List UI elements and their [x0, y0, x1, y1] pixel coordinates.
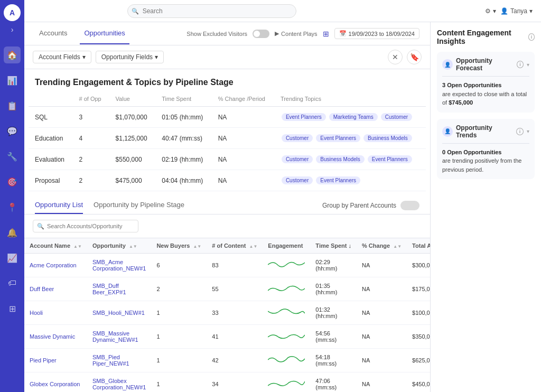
opp-link[interactable]: SMB_Duff Beer_EXP#1: [92, 283, 126, 295]
account-link[interactable]: Hooli: [30, 310, 43, 316]
pipeline-table-row: Evaluation 2 $550,000 02:19 (hh:mm) NA C…: [29, 149, 426, 170]
topic-tag[interactable]: Event Planners: [316, 134, 360, 142]
forecast-info-icon[interactable]: i: [517, 61, 524, 68]
pipeline-value: $475,000: [109, 170, 156, 191]
forecast-amount: $745,000: [449, 99, 473, 106]
subtab-pipeline-stage[interactable]: Opportunity by Pipeline Stage: [94, 197, 184, 214]
opp-col-opportunity[interactable]: Opportunity ▲▼: [87, 238, 152, 254]
opp-col-new-buyers[interactable]: New Buyers ▲▼: [151, 238, 207, 254]
pipeline-table-row: SQL 3 $1,070,000 01:05 (hh:mm) NA Event …: [29, 107, 426, 128]
opp-opportunity-name: SMB_Acme Corporation_NEW#1: [87, 254, 152, 277]
nav-home[interactable]: 🏠: [4, 46, 21, 63]
pipeline-pct-change: NA: [212, 149, 274, 170]
trends-info-icon[interactable]: i: [516, 128, 524, 135]
account-fields-filter[interactable]: Account Fields ▾: [33, 51, 91, 63]
opp-content-count: 83: [207, 254, 263, 277]
opp-total-amount: $450,000: [407, 372, 430, 393]
opp-total-amount: $100,000: [407, 301, 430, 325]
content-plays-link[interactable]: ▶ Content Plays: [275, 30, 317, 37]
forecast-person-icon: 👤: [442, 59, 453, 70]
gear-icon: ⚙: [485, 7, 491, 15]
pipeline-stage: Proposal: [29, 170, 73, 191]
settings-button[interactable]: ⚙ ▾: [485, 7, 496, 15]
pipeline-time-spent: 40:47 (mm:ss): [155, 128, 211, 149]
subtab-opportunity-list[interactable]: Opportunity List: [35, 197, 83, 214]
opp-opportunity-name: SMB_Duff Beer_EXP#1: [87, 277, 152, 301]
opp-col-time-spent[interactable]: Time Spent ↓: [310, 238, 357, 254]
nav-grid[interactable]: ⊞: [4, 300, 21, 317]
opp-col-engagement[interactable]: Engagement: [263, 238, 310, 254]
opp-account-name: Acme Corporation: [24, 254, 87, 277]
insights-info-icon[interactable]: i: [528, 33, 535, 41]
opp-total-amount: $300,000: [407, 254, 430, 277]
opp-col-total-amount[interactable]: Total Amount ▲▼: [407, 238, 430, 254]
opportunity-table: Account Name ▲▼ Opportunity ▲▼ New Buyer…: [24, 238, 430, 392]
grid-view-icon[interactable]: ⊞: [323, 30, 329, 38]
opportunity-search-input[interactable]: [33, 220, 138, 232]
opportunity-fields-filter[interactable]: Opportunity Fields ▾: [96, 51, 164, 63]
nav-messages[interactable]: 💬: [4, 123, 21, 139]
topic-tag[interactable]: Business Models: [363, 134, 412, 142]
nav-location[interactable]: 📍: [4, 199, 21, 216]
trends-body: 0 Open Opportunities are trending positi…: [442, 148, 529, 174]
trends-card-header[interactable]: 👤 Opportunity Trends i ▾: [442, 124, 529, 139]
topic-tag[interactable]: Event Planners: [368, 155, 412, 163]
opp-col-content[interactable]: # of Content ▲▼: [207, 238, 263, 254]
bookmark-button[interactable]: 🔖: [407, 50, 422, 64]
topic-tag[interactable]: Customer: [282, 134, 313, 142]
topic-tag[interactable]: Customer: [282, 176, 313, 184]
trends-open-count: 0 Open Opportunities: [442, 149, 501, 155]
pipeline-table-row: Proposal 2 $475,000 04:04 (hh:mm) NA Cus…: [29, 170, 426, 191]
opp-link[interactable]: SMB_Acme Corporation_NEW#1: [92, 259, 146, 272]
section-title: Trending Engagement & Topics by Pipeline…: [24, 69, 430, 91]
pipeline-time-spent: 01:05 (hh:mm): [155, 107, 211, 128]
nav-reports[interactable]: 📋: [4, 97, 21, 114]
clear-filter-button[interactable]: ✕: [388, 50, 403, 64]
opp-new-buyers: 1: [151, 301, 207, 325]
group-by-toggle[interactable]: [400, 201, 419, 210]
opp-link[interactable]: SMB_Massive Dynamic_NEW#1: [92, 330, 138, 343]
opp-link[interactable]: SMB_Globex Corporation_NEW#1: [92, 378, 146, 390]
user-icon: 👤: [500, 7, 508, 15]
opportunity-search-row: 🔍: [24, 214, 430, 238]
opp-pct-change: NA: [357, 301, 407, 325]
account-link[interactable]: Pied Piper: [30, 357, 57, 363]
topic-tag[interactable]: Event Planners: [316, 176, 360, 184]
nav-targets[interactable]: 🎯: [4, 173, 21, 190]
pipeline-opp-count: 2: [73, 149, 109, 170]
topic-tag[interactable]: Event Planners: [282, 113, 326, 121]
account-link[interactable]: Massive Dynamic: [30, 333, 75, 340]
topic-tag[interactable]: Customer: [282, 155, 313, 163]
col-time-spent: Time Spent: [155, 91, 211, 107]
user-menu-button[interactable]: 👤 Tanya ▾: [500, 7, 533, 15]
topic-tag[interactable]: Marketing Teams: [329, 113, 378, 121]
nav-tools[interactable]: 🔧: [4, 148, 21, 165]
opp-link[interactable]: SMB_Pied Piper_NEW#1: [92, 354, 129, 367]
topic-tag[interactable]: Business Models: [316, 155, 365, 163]
tab-opportunities[interactable]: Opportunities: [80, 23, 129, 44]
nav-notifications[interactable]: 🔔: [4, 224, 21, 241]
tab-accounts[interactable]: Accounts: [35, 23, 71, 44]
opp-account-name: Massive Dynamic: [24, 325, 87, 349]
account-link[interactable]: Duff Beer: [30, 286, 54, 292]
opp-col-pct-change[interactable]: % Change ▲▼: [357, 238, 407, 254]
trends-chevron: ▾: [527, 128, 529, 134]
search-input[interactable]: [127, 4, 296, 18]
opp-link[interactable]: SMB_Hooli_NEW#1: [92, 310, 145, 316]
nav-tags[interactable]: 🏷: [4, 275, 21, 292]
nav-trends[interactable]: 📈: [4, 249, 21, 266]
excluded-visitors-toggle[interactable]: [253, 30, 269, 38]
col-opp-count: # of Opp: [73, 91, 109, 107]
account-link[interactable]: Acme Corporation: [30, 262, 77, 268]
search-inner-icon: 🔍: [37, 223, 44, 230]
nav-toggle[interactable]: ›: [11, 25, 14, 34]
opp-table-row: Pied Piper SMB_Pied Piper_NEW#1 1 42 54:…: [24, 349, 430, 372]
forecast-card-header[interactable]: 👤 Opportunity Forecast i ▾: [442, 57, 529, 72]
opp-time-spent: 01:32 (hh:mm): [310, 301, 357, 325]
account-link[interactable]: Globex Corporation: [30, 381, 80, 387]
nav-analytics[interactable]: 📊: [4, 72, 21, 89]
pipeline-opp-count: 3: [73, 107, 109, 128]
opp-col-account[interactable]: Account Name ▲▼: [24, 238, 87, 254]
topic-tag[interactable]: Customer: [381, 113, 412, 121]
date-range-button[interactable]: 📅 19/09/2023 to 18/09/2024: [334, 28, 419, 39]
